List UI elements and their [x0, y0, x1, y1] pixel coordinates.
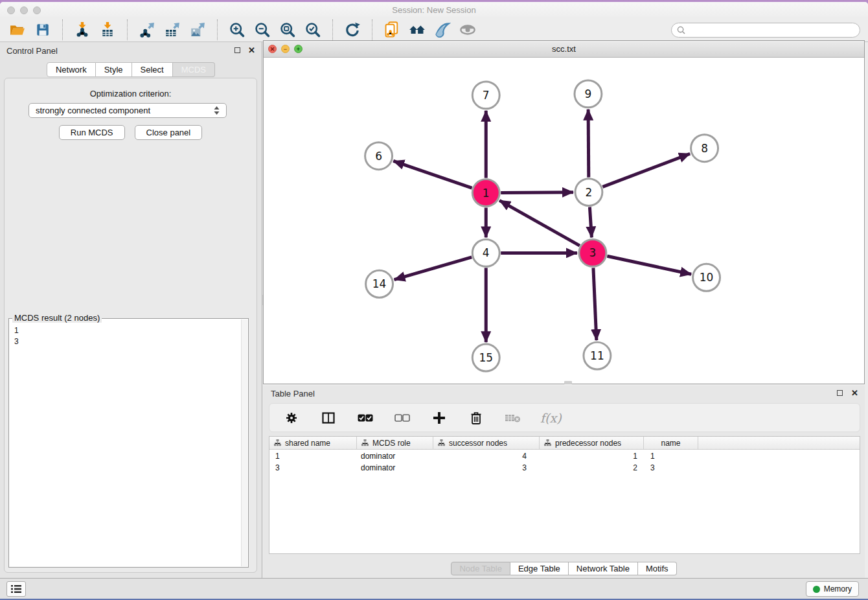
import-network-button[interactable] — [73, 20, 92, 40]
tab-select[interactable]: Select — [132, 62, 173, 77]
graph-node-11[interactable]: 11 — [584, 342, 611, 369]
tab-node-table[interactable]: Node Table — [451, 562, 510, 575]
graph-edge-2-3[interactable] — [589, 207, 591, 237]
deselect-all-button[interactable] — [393, 408, 412, 428]
delete-column-button[interactable] — [466, 408, 486, 428]
save-session-button[interactable] — [33, 20, 52, 40]
cell-successor-nodes[interactable]: 4 — [433, 451, 540, 461]
clone-network-button[interactable] — [382, 20, 402, 40]
graph-node-9[interactable]: 9 — [575, 80, 602, 108]
cell-successor-nodes[interactable]: 3 — [433, 463, 540, 473]
export-table-button[interactable] — [163, 20, 182, 40]
export-image-icon — [190, 22, 205, 38]
graph-node-label: 2 — [586, 186, 593, 199]
zoom-fit-button[interactable] — [278, 20, 297, 40]
graph-edge-3-11[interactable] — [593, 268, 597, 340]
function-builder-button[interactable]: f(x) — [540, 411, 562, 425]
criterion-select[interactable]: strongly connected component — [29, 103, 227, 118]
graph-node-10[interactable]: 10 — [693, 264, 720, 291]
export-image-button[interactable] — [188, 20, 207, 40]
node-table[interactable]: shared name MCDS role successor nodes pr… — [269, 436, 860, 554]
plus-icon — [433, 411, 446, 424]
column-header-shared-name[interactable]: shared name — [269, 437, 357, 449]
home-button[interactable] — [407, 20, 427, 40]
graph-edge-4-14[interactable] — [394, 257, 472, 280]
close-panel-icon[interactable]: ✕ — [248, 47, 255, 54]
graph-node-2[interactable]: 2 — [575, 179, 602, 206]
table-settings-button[interactable] — [282, 408, 301, 428]
graph-edge-1-2[interactable] — [501, 192, 573, 193]
float-panel-icon[interactable] — [234, 47, 240, 53]
cell-mcds-role[interactable]: dominator — [357, 451, 433, 461]
import-table-button[interactable] — [98, 20, 117, 40]
memory-button[interactable]: Memory — [806, 581, 859, 597]
network-canvas[interactable]: 7968124314101511 — [264, 58, 864, 384]
close-panel-button[interactable]: Close panel — [135, 125, 203, 140]
graph-node-3[interactable]: 3 — [579, 239, 606, 266]
export-network-button[interactable] — [137, 20, 157, 40]
cell-predecessor-nodes[interactable]: 1 — [540, 451, 644, 461]
cell-mcds-role[interactable]: dominator — [357, 463, 433, 473]
table-row[interactable]: 3 dominator 3 2 3 — [269, 463, 860, 473]
control-panel-title: Control Panel — [6, 46, 58, 56]
network-window-titlebar[interactable]: ✕ − + scc.txt — [264, 41, 864, 58]
float-table-panel-icon[interactable] — [837, 390, 843, 396]
refresh-icon — [344, 21, 361, 38]
zoom-in-button[interactable] — [227, 20, 247, 40]
graph-node-6[interactable]: 6 — [365, 143, 393, 170]
cell-name[interactable]: 1 — [644, 451, 698, 461]
graph-node-1[interactable]: 1 — [472, 179, 499, 207]
cell-shared-name[interactable]: 1 — [269, 451, 357, 461]
unchecked-boxes-icon — [394, 413, 410, 422]
graph-edge-2-8[interactable] — [602, 154, 690, 187]
tab-style[interactable]: Style — [96, 62, 132, 77]
zoom-out-button[interactable] — [253, 20, 272, 40]
open-session-button[interactable] — [8, 20, 27, 40]
search-field[interactable] — [671, 23, 860, 38]
column-header-mcds-role[interactable]: MCDS role — [357, 437, 433, 449]
tab-network[interactable]: Network — [47, 62, 96, 77]
show-hide-panels-button[interactable] — [458, 20, 477, 40]
toggle-columns-button[interactable] — [319, 408, 338, 428]
graph-edge-3-10[interactable] — [607, 256, 691, 274]
tab-mcds[interactable]: MCDS — [173, 62, 215, 77]
graph-node-15[interactable]: 15 — [472, 344, 499, 371]
cell-predecessor-nodes[interactable]: 2 — [540, 463, 644, 473]
apply-layout-button[interactable] — [343, 20, 362, 40]
search-input[interactable] — [689, 25, 854, 34]
column-header-name[interactable]: name — [644, 437, 698, 449]
network-splitter-handle[interactable] — [564, 381, 572, 384]
apply-style-button[interactable] — [433, 20, 452, 40]
open-folder-icon — [10, 22, 25, 38]
task-history-button[interactable] — [6, 581, 26, 597]
column-header-successor-nodes[interactable]: successor nodes — [433, 437, 540, 449]
graph-edge-3-1[interactable] — [499, 200, 580, 246]
cell-name[interactable]: 3 — [644, 463, 698, 473]
select-all-button[interactable] — [356, 408, 375, 428]
graph-edge-2-9[interactable] — [588, 110, 589, 178]
graph-node-8[interactable]: 8 — [691, 135, 718, 162]
table-row[interactable]: 1 dominator 4 1 1 — [269, 451, 860, 461]
graph-node-7[interactable]: 7 — [472, 82, 499, 109]
tab-motifs[interactable]: Motifs — [638, 562, 677, 575]
delete-table-button[interactable] — [503, 408, 523, 428]
add-column-button[interactable] — [429, 408, 449, 428]
run-mcds-button[interactable]: Run MCDS — [59, 125, 125, 140]
graph-node-14[interactable]: 14 — [366, 270, 393, 297]
mcds-result-text: 1 3 — [10, 320, 240, 566]
tab-edge-table[interactable]: Edge Table — [510, 562, 569, 575]
network-graph[interactable]: 7968124314101511 — [264, 58, 864, 384]
toolbar-separator — [62, 19, 63, 40]
graph-edge-1-6[interactable] — [393, 161, 472, 188]
cell-shared-name[interactable]: 3 — [269, 463, 357, 473]
attribute-icon — [361, 439, 369, 446]
graph-node-label: 4 — [483, 246, 490, 259]
criterion-value: strongly connected component — [36, 106, 150, 115]
tab-network-table[interactable]: Network Table — [569, 562, 638, 575]
column-header-predecessor-nodes[interactable]: predecessor nodes — [540, 437, 644, 449]
graph-node-4[interactable]: 4 — [472, 239, 499, 266]
zoom-selected-button[interactable] — [303, 20, 323, 40]
close-table-panel-icon[interactable]: ✕ — [851, 389, 858, 397]
graph-node-label: 10 — [700, 271, 714, 284]
result-scrollbar[interactable] — [241, 319, 247, 566]
